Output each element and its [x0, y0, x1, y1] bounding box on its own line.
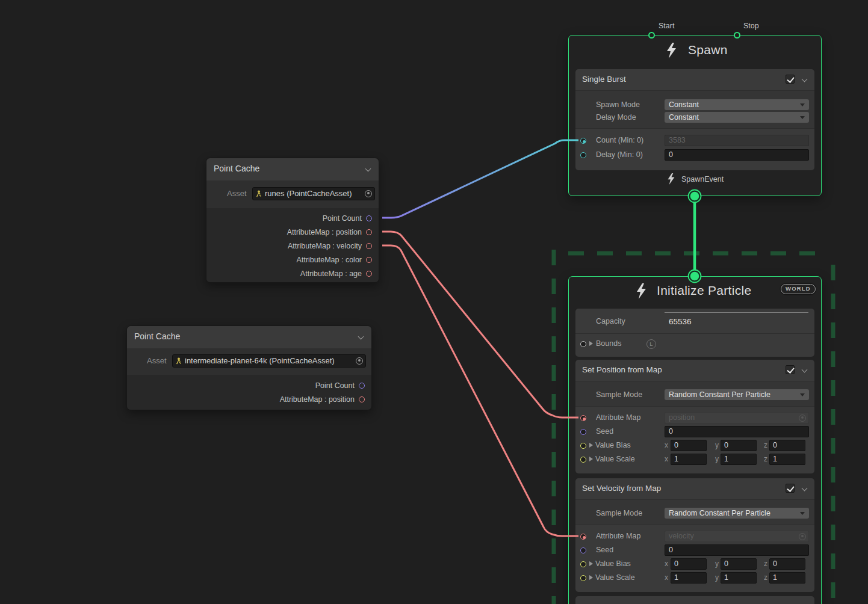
vfx-graph-canvas[interactable]: Point Cache Asset runes (PointCacheAsset…	[0, 0, 868, 604]
output-row[interactable]: AttributeMap : position	[127, 392, 371, 406]
block-enabled-checkbox[interactable]	[786, 484, 795, 493]
z-field[interactable]: 1	[769, 454, 805, 465]
input-port-value-scale[interactable]	[580, 457, 586, 463]
object-picker-icon	[799, 533, 806, 540]
output-port-attributemap-position[interactable]	[366, 229, 372, 235]
dropdown-value: Constant	[669, 100, 699, 109]
y-field[interactable]: 1	[721, 572, 757, 584]
expander-arrow-icon[interactable]	[589, 341, 593, 346]
expander-arrow-icon[interactable]	[589, 561, 593, 566]
input-port-seed[interactable]	[580, 547, 586, 553]
expander-arrow-icon[interactable]	[589, 443, 593, 448]
node-title: Point Cache	[214, 164, 259, 173]
flow-port-stop[interactable]	[734, 32, 740, 39]
asset-object-field[interactable]: runes (PointCacheAsset)	[252, 187, 375, 200]
object-picker-icon[interactable]	[356, 357, 363, 365]
x-field[interactable]: 0	[671, 440, 707, 451]
input-port-value-bias[interactable]	[580, 561, 586, 567]
input-port-value-bias[interactable]	[580, 443, 586, 449]
input-port-attribute-map[interactable]	[580, 534, 586, 540]
node-header[interactable]: Point Cache	[127, 326, 371, 348]
output-port-point-count[interactable]	[366, 215, 372, 221]
input-port-attribute-map[interactable]	[580, 415, 586, 421]
input-row-delay: Delay (Min: 0) 0	[575, 148, 814, 162]
x-field[interactable]: 0	[671, 558, 707, 570]
chevron-down-icon[interactable]	[366, 167, 371, 172]
point-cache-node-1[interactable]: Point Cache Asset runes (PointCacheAsset…	[206, 158, 379, 283]
attribute-map-field[interactable]: position	[665, 412, 809, 424]
input-label: Value Bias	[595, 559, 631, 568]
sample-mode-dropdown[interactable]: Random Constant Per Particle	[665, 389, 809, 400]
y-axis-label: y	[715, 441, 719, 449]
output-row[interactable]: Point Count	[206, 211, 379, 225]
input-label: Attribute Map	[596, 413, 640, 422]
input-label: Delay (Min: 0)	[596, 150, 643, 159]
attribute-map-field[interactable]: velocity	[665, 531, 809, 542]
set-position-from-map-block[interactable]: Set Position from Map Sample Mode Random…	[575, 360, 814, 473]
delay-mode-dropdown[interactable]: Constant	[665, 112, 809, 123]
sample-mode-dropdown[interactable]: Random Constant Per Particle	[665, 508, 809, 519]
block-enabled-checkbox[interactable]	[786, 75, 795, 84]
chevron-down-icon[interactable]	[359, 334, 364, 340]
output-row[interactable]: AttributeMap : velocity	[206, 239, 379, 253]
input-port-seed[interactable]	[580, 429, 586, 435]
z-axis-label: z	[764, 573, 767, 582]
seed-field[interactable]: 0	[665, 544, 809, 556]
output-port-attributemap-age[interactable]	[366, 271, 372, 277]
y-field[interactable]: 0	[721, 558, 757, 570]
input-port-value-scale[interactable]	[580, 575, 586, 581]
single-burst-block[interactable]: Single Burst Spawn Mode Constant Delay M…	[575, 69, 814, 170]
block-header[interactable]: Position (Sphere)	[575, 596, 814, 604]
x-field[interactable]: 1	[671, 454, 707, 465]
asset-row: Asset runes (PointCacheAsset)	[206, 180, 379, 208]
output-port-attributemap-color[interactable]	[366, 257, 372, 263]
spawn-mode-dropdown[interactable]: Constant	[665, 99, 809, 110]
output-port-attributemap-position[interactable]	[359, 396, 365, 402]
y-field[interactable]: 1	[721, 454, 757, 465]
pointcache-asset-icon	[255, 190, 263, 199]
space-badge[interactable]: WORLD	[781, 284, 816, 294]
point-cache-node-2[interactable]: Point Cache Asset intermediate-planet-64…	[126, 325, 372, 410]
output-row[interactable]: AttributeMap : age	[206, 267, 379, 280]
set-velocity-from-map-block[interactable]: Set Velocity from Map Sample Mode Random…	[575, 478, 814, 592]
block-enabled-checkbox[interactable]	[786, 365, 795, 374]
input-label: Value Scale	[595, 455, 635, 463]
chevron-down-icon[interactable]	[802, 486, 808, 492]
initialize-particle-context-node[interactable]: Initialize Particle WORLD Capacity 65536…	[568, 276, 822, 604]
settings-section: Sample Mode Random Constant Per Particle	[575, 381, 814, 406]
output-row[interactable]: AttributeMap : color	[206, 253, 379, 267]
block-header[interactable]: Set Velocity from Map	[575, 478, 814, 499]
output-port-point-count[interactable]	[359, 383, 365, 389]
block-header[interactable]: Set Position from Map	[575, 360, 814, 381]
flow-port-start[interactable]	[648, 32, 655, 39]
block-header[interactable]: Single Burst	[575, 69, 814, 90]
chevron-down-icon[interactable]	[802, 368, 808, 373]
count-field[interactable]: 3583	[665, 135, 809, 146]
object-picker-icon[interactable]	[365, 190, 372, 197]
output-port-attributemap-velocity[interactable]	[366, 243, 372, 249]
output-row[interactable]: Point Count	[127, 378, 371, 392]
spawn-context-node[interactable]: Spawn Single Burst Spawn Mode Constant D…	[568, 35, 822, 196]
node-header[interactable]: Point Cache	[206, 158, 379, 180]
capacity-field[interactable]: 65536	[665, 316, 809, 327]
seed-field[interactable]: 0	[665, 426, 809, 437]
input-port-delay[interactable]	[580, 152, 586, 158]
y-field[interactable]: 0	[721, 440, 757, 451]
setting-row: Sample Mode Random Constant Per Particle	[575, 507, 814, 520]
x-field[interactable]: 1	[671, 572, 707, 584]
z-field[interactable]: 0	[769, 440, 805, 451]
output-row[interactable]: AttributeMap : position	[206, 225, 379, 239]
delay-field[interactable]: 0	[665, 149, 809, 161]
value-scale-row: Value Scale x 1 y 1 z 1	[575, 571, 814, 585]
chevron-down-icon[interactable]	[802, 77, 808, 82]
input-port-count[interactable]	[580, 138, 586, 144]
divider	[575, 333, 814, 334]
z-field[interactable]: 0	[769, 558, 805, 570]
input-port-bounds[interactable]	[580, 341, 586, 347]
z-field[interactable]: 1	[769, 572, 805, 584]
expander-arrow-icon[interactable]	[589, 575, 593, 580]
local-space-icon[interactable]: L	[646, 339, 656, 349]
expander-arrow-icon[interactable]	[589, 457, 593, 461]
position-sphere-block[interactable]: Position (Sphere)	[575, 596, 814, 604]
asset-object-field[interactable]: intermediate-planet-64k (PointCacheAsset…	[172, 354, 366, 368]
